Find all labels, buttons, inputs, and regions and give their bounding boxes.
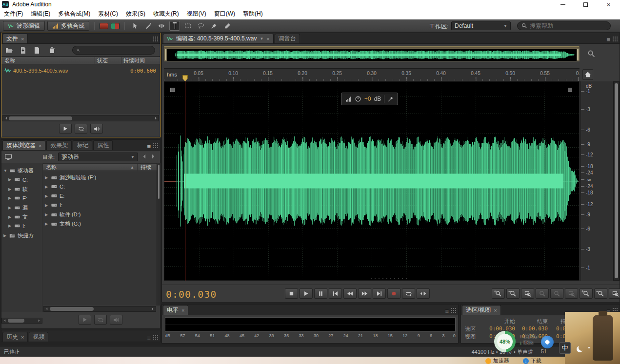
panel-grip[interactable] — [451, 307, 457, 313]
preview-play-button[interactable] — [59, 124, 72, 134]
slip-tool-icon[interactable] — [156, 21, 167, 31]
time-display[interactable]: 0:00.030 — [166, 288, 217, 300]
home-button[interactable] — [582, 69, 593, 80]
time-selection-tool-icon[interactable] — [169, 21, 180, 31]
menu-view[interactable]: 视图(V) — [183, 9, 210, 19]
minimize-button[interactable] — [551, 0, 574, 9]
tree-closed-icon[interactable]: ▶ — [8, 206, 12, 210]
close-button[interactable]: × — [597, 0, 620, 9]
skip-to-start-button[interactable] — [329, 288, 342, 299]
zoom-out-point-button[interactable]: − — [594, 288, 607, 299]
scroll-left-arrow[interactable] — [2, 318, 8, 323]
auto-play-speaker-button[interactable] — [110, 315, 122, 325]
fast-forward-button[interactable] — [358, 288, 371, 299]
tab-markers[interactable]: 标记 — [73, 140, 92, 150]
import-file-button[interactable] — [19, 46, 27, 54]
panel-grip[interactable] — [612, 36, 618, 42]
scroll-left-arrow[interactable] — [44, 307, 50, 311]
panel-menu-icon[interactable]: ≡ — [604, 36, 612, 43]
waveform-display[interactable]: +0 dB — [164, 81, 580, 281]
maximize-button[interactable] — [574, 0, 597, 9]
media-horizontal-scrollbar[interactable] — [43, 306, 156, 312]
volume-knob-icon[interactable] — [355, 96, 361, 102]
overview-waveform-canvas[interactable] — [167, 49, 577, 60]
tree-closed-icon[interactable]: ▶ — [45, 222, 49, 226]
waveform-canvas[interactable] — [164, 82, 579, 280]
menu-help[interactable]: 帮助(H) — [239, 9, 267, 19]
drive-row[interactable]: ▶漏沙啦啦啦 (F:) — [43, 174, 155, 181]
file-row[interactable]: 400.5-399.5-400.5.wav 0:00.600 — [1, 66, 160, 75]
overview-zoom-icon[interactable] — [587, 50, 596, 58]
tree-closed-icon[interactable]: ▶ — [8, 177, 12, 182]
show-waveform-toggle-icon[interactable] — [100, 23, 108, 29]
waveform-corner-handle-icon[interactable] — [568, 88, 572, 92]
tree-closed-icon[interactable]: ▶ — [45, 175, 49, 180]
scrollbar-thumb[interactable] — [9, 116, 72, 120]
overview-right-handle[interactable] — [577, 49, 579, 61]
panel-menu-icon[interactable]: ≡ — [145, 143, 153, 150]
loop-playback-button[interactable] — [402, 288, 415, 299]
tree-item[interactable]: ▶漏 — [8, 204, 41, 211]
scroll-right-arrow[interactable] — [153, 115, 159, 121]
menu-edit[interactable]: 编辑(E) — [27, 9, 54, 19]
tree-closed-icon[interactable]: ▶ — [45, 203, 49, 208]
close-icon[interactable]: × — [21, 36, 24, 42]
waveform-edit-button[interactable]: 波形编辑 — [3, 21, 45, 31]
open-file-button[interactable] — [5, 46, 13, 54]
view-range-bar[interactable] — [164, 46, 580, 48]
zoom-in-vertical-button[interactable] — [536, 288, 549, 299]
close-icon[interactable]: × — [39, 143, 41, 149]
zoom-full-button[interactable] — [521, 288, 534, 299]
close-icon[interactable]: × — [266, 36, 269, 42]
column-name[interactable]: 名称 — [43, 164, 57, 171]
menu-multitrack[interactable]: 多轨合成(M) — [54, 9, 94, 19]
scrollbar-thumb[interactable] — [8, 319, 24, 323]
tree-item[interactable]: ▶文 — [8, 213, 41, 221]
loop-preview-button[interactable] — [75, 124, 87, 134]
zoom-out-vertical-button[interactable] — [550, 288, 563, 299]
zoom-in-button[interactable]: + — [492, 288, 505, 299]
record-button[interactable] — [387, 288, 400, 299]
tree-item[interactable]: ▶软 — [8, 186, 41, 193]
tab-effects-rack[interactable]: 效果架 — [46, 140, 72, 150]
tree-shortcuts[interactable]: ▶ 快捷方 — [3, 232, 41, 239]
waveform-corner-handle-icon[interactable] — [170, 88, 175, 92]
marquee-selection-tool-icon[interactable] — [182, 21, 193, 31]
column-duration[interactable]: 持续时间 — [121, 57, 145, 64]
horizontal-scroll-dots[interactable] — [369, 277, 408, 279]
help-search[interactable] — [517, 21, 611, 30]
hud-gain-value[interactable]: +0 — [364, 96, 371, 102]
multitrack-button[interactable]: 多轨合成 — [47, 21, 89, 31]
drive-row[interactable]: ▶I: — [43, 202, 155, 209]
drive-row[interactable]: ▶软件 (D:) — [43, 211, 155, 218]
scroll-left-arrow[interactable] — [3, 115, 9, 121]
zoom-out-button[interactable]: − — [506, 288, 520, 299]
playhead-line[interactable] — [185, 81, 185, 281]
scrollbar-thumb[interactable] — [615, 83, 618, 278]
tree-item[interactable]: ▶I: — [8, 223, 41, 229]
pin-icon[interactable] — [387, 96, 394, 102]
download-dock-item[interactable]: ↓ 下载 — [523, 357, 541, 364]
media-vertical-scrollbar[interactable] — [157, 163, 160, 306]
files-search[interactable] — [72, 46, 155, 55]
drive-row[interactable]: ▶C: — [43, 183, 155, 190]
scroll-right-arrow[interactable] — [36, 318, 42, 323]
razor-tool-icon[interactable] — [143, 21, 154, 31]
level-meter[interactable] — [165, 317, 456, 332]
stop-button[interactable] — [285, 288, 298, 299]
sort-ascending-icon[interactable]: ▲ — [130, 165, 134, 170]
menu-favorites[interactable]: 收藏夹(R) — [149, 9, 183, 19]
panel-grip[interactable] — [153, 36, 159, 42]
panel-menu-icon[interactable]: ≡ — [443, 307, 451, 315]
new-file-button[interactable] — [33, 46, 40, 54]
tree-open-icon[interactable]: ▼ — [3, 169, 7, 173]
scroll-right-arrow[interactable] — [150, 307, 156, 311]
tree-root-drives[interactable]: ▼ 驱动器 — [3, 167, 41, 174]
tree-item[interactable]: ▶E: — [8, 195, 41, 201]
skip-to-end-button[interactable] — [373, 288, 386, 299]
drive-row[interactable]: ▶E: — [43, 192, 155, 199]
menu-effects[interactable]: 效果(S) — [122, 9, 149, 19]
close-icon[interactable]: × — [494, 307, 497, 313]
files-search-input[interactable] — [82, 47, 151, 54]
monitor-icon[interactable] — [4, 153, 12, 161]
